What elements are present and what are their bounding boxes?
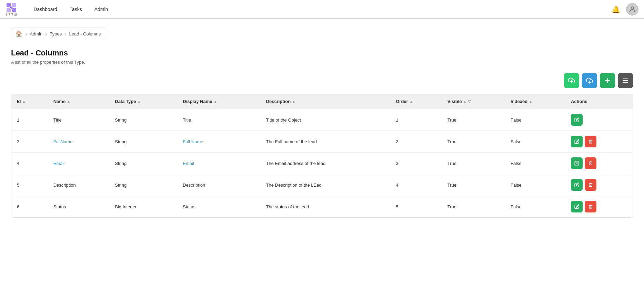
edit-button[interactable] [571, 201, 583, 212]
cell-actions [565, 131, 633, 153]
cell-indexed: False [505, 174, 565, 196]
sort-icon-description: ▲ [292, 100, 295, 103]
cell-order: 4 [390, 174, 442, 196]
col-description[interactable]: Description ▲ [261, 94, 391, 109]
svg-rect-3 [12, 8, 16, 12]
col-name[interactable]: Name ▲ [48, 94, 110, 109]
cell-actions [565, 196, 633, 218]
edit-button[interactable] [571, 114, 583, 126]
name-text: Title [53, 117, 62, 123]
cell-displayname: Email [177, 153, 260, 174]
sort-icon-visible: ▲ [463, 100, 467, 103]
display-link[interactable]: Full Name [183, 139, 203, 144]
edit-button[interactable] [571, 157, 583, 169]
table-body: 1 Title String Title Title of the Object… [11, 109, 633, 218]
table-row: 1 Title String Title Title of the Object… [11, 109, 633, 131]
sort-icon-indexed: ▲ [529, 100, 532, 103]
cell-description: The Description of the LEad [261, 174, 391, 196]
col-datatype[interactable]: Data Type ▲ [109, 94, 177, 109]
table-row: 5 Description String Description The Des… [11, 174, 633, 196]
col-order[interactable]: Order ▲ [390, 94, 442, 109]
breadcrumb-sep-2: › [45, 31, 47, 37]
cell-name: Status [48, 196, 110, 218]
cell-visible: True [442, 153, 505, 174]
cell-indexed: False [505, 153, 565, 174]
cell-actions [565, 174, 633, 196]
breadcrumb-types[interactable]: Types [50, 31, 62, 37]
sort-icon-id: ▲ [22, 100, 26, 103]
cell-displayname: Full Name [177, 131, 260, 153]
col-actions: Actions [565, 94, 633, 109]
cell-name: Title [48, 109, 110, 131]
cell-indexed: False [505, 109, 565, 131]
name-text: Status [53, 204, 66, 209]
svg-rect-0 [7, 3, 11, 7]
col-displayname[interactable]: Display Name ▲ [177, 94, 260, 109]
name-link[interactable]: Email [53, 161, 65, 166]
top-nav: 1.7.718 Dashboard Tasks Admin 🔔 [0, 0, 644, 19]
svg-rect-1 [12, 3, 16, 7]
notification-icon[interactable]: 🔔 [611, 4, 621, 14]
table-container: Id ▲ Name ▲ Data Type ▲ [11, 94, 633, 218]
edit-button[interactable] [571, 179, 583, 191]
display-text: Description [183, 183, 205, 188]
cell-name: FullName [48, 131, 110, 153]
page-title: Lead - Columns [11, 49, 633, 58]
display-text: Status [183, 204, 195, 209]
cell-displayname: Title [177, 109, 260, 131]
cell-displayname: Status [177, 196, 260, 218]
table-row: 6 Status Big Integer Status The status o… [11, 196, 633, 218]
cell-order: 5 [390, 196, 442, 218]
cell-order: 3 [390, 153, 442, 174]
nav-admin[interactable]: Admin [89, 4, 114, 15]
breadcrumb-lead-columns[interactable]: Lead - Columns [69, 31, 101, 37]
data-table: Id ▲ Name ▲ Data Type ▲ [11, 94, 633, 217]
delete-button[interactable] [585, 136, 596, 147]
cell-indexed: False [505, 131, 565, 153]
cell-id: 6 [11, 196, 48, 218]
table-row: 3 FullName String Full Name The Full nam… [11, 131, 633, 153]
cell-id: 3 [11, 131, 48, 153]
col-id[interactable]: Id ▲ [11, 94, 48, 109]
breadcrumb-home[interactable]: 🏠 [16, 31, 22, 37]
upload-button[interactable] [564, 73, 579, 88]
delete-button[interactable] [585, 179, 596, 191]
cell-description: Title of the Object [261, 109, 391, 131]
cell-name: Description [48, 174, 110, 196]
cell-visible: True [442, 196, 505, 218]
cell-actions [565, 153, 633, 174]
download-button[interactable] [582, 73, 597, 88]
name-link[interactable]: FullName [53, 139, 73, 144]
add-button[interactable] [600, 73, 615, 88]
edit-button[interactable] [571, 136, 583, 147]
cell-description: The Full name of the lead [261, 131, 391, 153]
nav-right: 🔔 [611, 3, 638, 15]
delete-button[interactable] [585, 201, 596, 212]
version-label: 1.7.718 [6, 13, 17, 17]
svg-point-4 [10, 7, 12, 9]
filter-icon-visible[interactable]: ▽ [468, 99, 471, 104]
table-row: 4 Email String Email The Email address o… [11, 153, 633, 174]
nav-dashboard[interactable]: Dashboard [28, 4, 63, 15]
table-header-row: Id ▲ Name ▲ Data Type ▲ [11, 94, 633, 109]
sort-icon-displayname: ▲ [214, 100, 217, 103]
page-subtitle: A list of all the properties of this Typ… [11, 60, 633, 65]
breadcrumb-admin[interactable]: Admin [30, 31, 42, 37]
cell-order: 2 [390, 131, 442, 153]
main-content: 🏠 › Admin › Types › Lead - Columns Lead … [0, 19, 644, 281]
col-visible[interactable]: Visible ▲ ▽ [442, 94, 505, 109]
cell-description: The Email address of the lead [261, 153, 391, 174]
cell-visible: True [442, 109, 505, 131]
display-link[interactable]: Email [183, 161, 194, 166]
col-indexed[interactable]: Indexed ▲ [505, 94, 565, 109]
cell-datatype: Big Integer [109, 196, 177, 218]
sort-icon-order: ▲ [410, 100, 413, 103]
cell-datatype: String [109, 153, 177, 174]
nav-tasks[interactable]: Tasks [64, 4, 88, 15]
logo-icon [6, 2, 17, 13]
breadcrumb-sep-3: › [64, 31, 66, 37]
user-avatar[interactable] [626, 3, 638, 15]
menu-button[interactable] [618, 73, 633, 88]
cell-visible: True [442, 174, 505, 196]
delete-button[interactable] [585, 157, 596, 169]
